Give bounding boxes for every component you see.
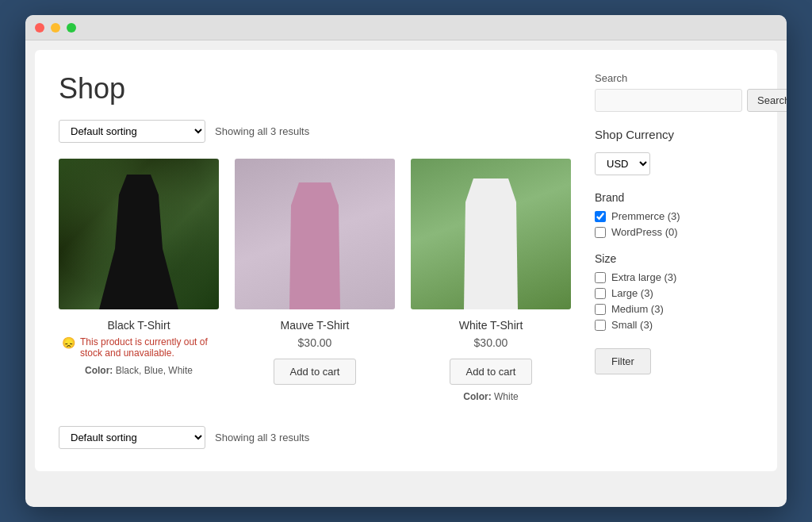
top-toolbar: Default sortingSort by popularitySort by…: [59, 120, 571, 143]
currency-heading: Shop Currency: [595, 128, 753, 144]
size-checkbox-xl: Extra large (3): [595, 271, 753, 283]
currency-select[interactable]: USDEURGBP: [595, 152, 650, 175]
products-grid: Black T-Shirt 😞 This product is currentl…: [59, 159, 571, 402]
search-button[interactable]: Search: [747, 89, 787, 112]
sort-select-bottom[interactable]: Default sortingSort by popularitySort by…: [59, 426, 205, 449]
product-image-black-tshirt: [59, 159, 219, 309]
brand-checkbox-wordpress-input[interactable]: [595, 227, 606, 238]
results-count-bottom: Showing all 3 results: [215, 432, 309, 443]
product-card-white-tshirt: White T-Shirt $30.00 Add to cart Color: …: [411, 159, 571, 402]
size-checkbox-large: Large (3): [595, 287, 753, 299]
product-price-mauve-tshirt: $30.00: [235, 336, 395, 349]
page-content: Shop Default sortingSort by popularitySo…: [35, 50, 777, 471]
product-color-white-tshirt: Color: White: [411, 391, 571, 402]
titlebar: [25, 15, 787, 40]
brand-filter-title: Brand: [595, 191, 753, 204]
product-card-black-tshirt: Black T-Shirt 😞 This product is currentl…: [59, 159, 219, 402]
out-of-stock-text: This product is currently out of stock a…: [80, 336, 216, 359]
product-card-mauve-tshirt: Mauve T-Shirt $30.00 Add to cart: [235, 159, 395, 402]
minimize-btn[interactable]: [51, 23, 60, 33]
page-title: Shop: [59, 72, 571, 106]
filter-button[interactable]: Filter: [595, 348, 651, 374]
product-price-white-tshirt: $30.00: [411, 336, 571, 349]
size-checkbox-medium-input[interactable]: [595, 304, 606, 315]
brand-label-premmerce: Premmerce (3): [611, 210, 680, 222]
add-to-cart-white[interactable]: Add to cart: [450, 359, 533, 385]
color-value-white: White: [494, 391, 519, 402]
results-count: Showing all 3 results: [215, 125, 309, 137]
brand-checkbox-wordpress: WordPress (0): [595, 226, 753, 238]
product-name-white-tshirt: White T-Shirt: [411, 319, 571, 332]
brand-checkbox-premmerce: Premmerce (3): [595, 210, 753, 222]
main-area: Shop Default sortingSort by popularitySo…: [59, 72, 571, 449]
sidebar: Search Search Shop Currency USDEURGBP Br…: [595, 72, 753, 449]
size-checkbox-small: Small (3): [595, 319, 753, 331]
search-section: Search Search: [595, 72, 753, 112]
color-label-black: Color:: [85, 365, 113, 376]
currency-section: Shop Currency USDEURGBP: [595, 128, 753, 175]
size-label-medium: Medium (3): [611, 303, 664, 315]
size-checkbox-xl-input[interactable]: [595, 272, 606, 283]
product-image-white-tshirt: [411, 159, 571, 309]
search-label: Search: [595, 72, 753, 84]
search-row: Search: [595, 89, 753, 112]
brand-label-wordpress: WordPress (0): [611, 226, 678, 238]
color-label-white: Color:: [463, 391, 491, 402]
product-image-mauve-tshirt: [235, 159, 395, 309]
out-of-stock-notice: 😞 This product is currently out of stock…: [59, 336, 219, 359]
close-btn[interactable]: [35, 23, 44, 33]
add-to-cart-mauve[interactable]: Add to cart: [274, 359, 357, 385]
product-name-mauve-tshirt: Mauve T-Shirt: [235, 319, 395, 332]
product-color-black-tshirt: Color: Black, Blue, White: [59, 365, 219, 376]
brand-checkbox-premmerce-input[interactable]: [595, 211, 606, 222]
size-label-large: Large (3): [611, 287, 653, 299]
sort-select[interactable]: Default sortingSort by popularitySort by…: [59, 120, 205, 143]
bottom-toolbar: Default sortingSort by popularitySort by…: [59, 426, 571, 449]
size-filter-group: Size Extra large (3) Large (3) Medium (3…: [595, 252, 753, 331]
out-of-stock-icon: 😞: [62, 336, 75, 349]
search-input[interactable]: [595, 89, 742, 112]
size-checkbox-medium: Medium (3): [595, 303, 753, 315]
size-label-xl: Extra large (3): [611, 271, 676, 283]
size-label-small: Small (3): [611, 319, 653, 331]
maximize-btn[interactable]: [67, 23, 76, 33]
size-checkbox-large-input[interactable]: [595, 288, 606, 299]
size-filter-title: Size: [595, 252, 753, 265]
brand-filter-group: Brand Premmerce (3) WordPress (0): [595, 191, 753, 238]
product-name-black-tshirt: Black T-Shirt: [59, 319, 219, 332]
color-value-black: Black, Blue, White: [116, 365, 193, 376]
size-checkbox-small-input[interactable]: [595, 320, 606, 331]
main-window: Shop Default sortingSort by popularitySo…: [25, 15, 787, 507]
